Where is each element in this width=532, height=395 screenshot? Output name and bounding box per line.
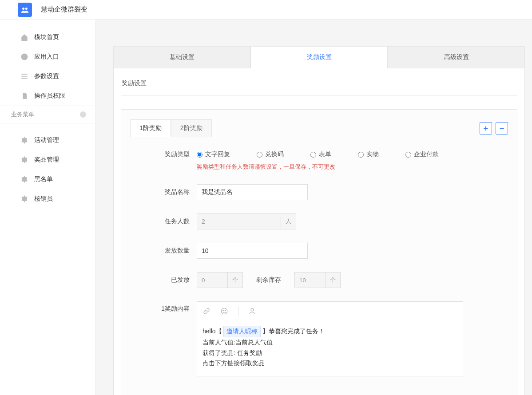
task-count-input[interactable] — [197, 213, 281, 229]
home-icon — [20, 33, 29, 42]
sidebar-item-verifier[interactable]: 核销员 — [0, 189, 95, 209]
topbar: 慧动企微群裂变 — [0, 0, 532, 20]
radio-form[interactable]: 表单 — [310, 150, 331, 158]
sidebar: 模块首页 应用入口 参数设置 操作员权限 业务菜单 — [0, 20, 95, 395]
collapse-icon[interactable] — [80, 111, 86, 118]
app-title: 慧动企微群裂变 — [41, 5, 87, 14]
svg-rect-5 — [21, 78, 28, 79]
prize-name-label: 奖品名称 — [130, 188, 197, 196]
sidebar-item-prizes[interactable]: 奖品管理 — [0, 150, 95, 170]
radio-input[interactable] — [358, 152, 364, 158]
issued-label: 已发放 — [130, 276, 197, 284]
radio-label: 实物 — [366, 150, 379, 158]
link-icon[interactable] — [202, 307, 210, 315]
reward-type-warning: 奖励类型和任务人数请谨慎设置，一旦保存，不可更改 — [197, 163, 508, 171]
svg-point-0 — [22, 8, 24, 10]
gear-icon — [20, 175, 29, 184]
sidebar-item-blacklist[interactable]: 黑名单 — [0, 170, 95, 189]
sidebar-item-label: 奖品管理 — [34, 156, 59, 164]
issued-unit: 个 — [228, 272, 243, 288]
level-tab-label: 2阶奖励 — [180, 124, 202, 131]
row-task-count: 任务人数 人 — [130, 213, 508, 229]
task-count-label: 任务人数 — [130, 217, 197, 225]
radio-input[interactable] — [257, 152, 262, 158]
sidebar-item-app-entry[interactable]: 应用入口 — [0, 47, 95, 67]
row-prize-name: 奖品名称 — [130, 184, 508, 200]
issue-qty-input[interactable] — [197, 243, 308, 259]
level-tab-1[interactable]: 1阶奖励 — [130, 119, 171, 137]
editor-body[interactable]: hello【 邀请人昵称 】恭喜您完成了任务！ 当前人气值:当前总人气值 获得了… — [197, 320, 463, 376]
emoji-icon[interactable] — [220, 307, 228, 315]
inviter-name-tag[interactable]: 邀请人昵称 — [223, 326, 261, 337]
svg-rect-4 — [21, 76, 28, 77]
sidebar-item-operators[interactable]: 操作员权限 — [0, 86, 95, 106]
svg-rect-3 — [21, 74, 28, 75]
main-content: 基础设置 奖励设置 高级设置 奖励设置 1阶奖励 2阶奖励 — [95, 20, 532, 395]
radio-corp-pay[interactable]: 企业付款 — [405, 150, 439, 158]
editor-toolbar — [197, 302, 463, 320]
radio-text-reply[interactable]: 文字回复 — [197, 150, 230, 158]
sidebar-item-label: 核销员 — [34, 195, 53, 203]
level-tab-label: 1阶奖励 — [139, 124, 162, 131]
sidebar-item-home[interactable]: 模块首页 — [0, 28, 95, 47]
tab-reward[interactable]: 奖励设置 — [250, 46, 388, 68]
svg-point-12 — [225, 310, 226, 311]
svg-point-10 — [221, 308, 227, 314]
panel-title: 奖励设置 — [122, 79, 517, 87]
app-logo — [18, 3, 32, 17]
radio-label: 兑换码 — [265, 150, 284, 158]
tab-label: 高级设置 — [444, 53, 469, 61]
radio-input[interactable] — [197, 152, 202, 158]
toolbar-separator — [238, 306, 238, 316]
tab-label: 基础设置 — [170, 53, 195, 61]
svg-point-2 — [21, 54, 28, 60]
prize-name-input[interactable] — [197, 184, 308, 200]
content-line2: 当前人气值:当前总人气值 — [202, 337, 457, 348]
stock-label: 剩余库存 — [256, 276, 281, 284]
sidebar-item-label: 操作员权限 — [34, 92, 65, 100]
row-issue-qty: 发放数量 — [130, 243, 508, 259]
list-icon — [20, 72, 29, 81]
content-line3: 获得了奖品: 任务奖励 — [202, 348, 457, 359]
gear-icon — [20, 155, 29, 164]
document-icon — [20, 91, 29, 100]
reward-level-box: 1阶奖励 2阶奖励 + − 奖励类型 — [121, 109, 517, 395]
issue-qty-label: 发放数量 — [130, 247, 197, 255]
svg-point-1 — [25, 8, 28, 10]
gear-icon — [20, 136, 29, 145]
row-reward-content: 1奖励内容 — [130, 301, 508, 376]
remove-level-button[interactable]: − — [496, 122, 508, 134]
reward-type-label: 奖励类型 — [130, 150, 197, 158]
svg-point-11 — [223, 310, 224, 311]
divider — [121, 95, 517, 96]
content-line1-prefix: hello【 — [202, 328, 222, 335]
add-level-button[interactable]: + — [480, 122, 492, 134]
radio-redeem-code[interactable]: 兑换码 — [257, 150, 284, 158]
radio-input[interactable] — [310, 152, 316, 158]
level-tab-2[interactable]: 2阶奖励 — [171, 119, 212, 137]
tab-basic[interactable]: 基础设置 — [113, 46, 250, 68]
sidebar-item-label: 活动管理 — [34, 136, 59, 144]
user-icon[interactable] — [248, 307, 256, 315]
content-line4: 点击下方链接领取奖品 — [202, 358, 457, 369]
stock-unit: 个 — [326, 272, 341, 288]
main-tabs: 基础设置 奖励设置 高级设置 — [113, 46, 525, 68]
stock-input — [294, 272, 326, 288]
radio-label: 企业付款 — [414, 150, 439, 158]
level-tabs: 1阶奖励 2阶奖励 — [130, 119, 212, 137]
gear-icon — [20, 194, 29, 203]
sidebar-section-header: 业务菜单 — [0, 106, 95, 123]
sidebar-item-params[interactable]: 参数设置 — [0, 67, 95, 86]
radio-physical[interactable]: 实物 — [358, 150, 379, 158]
row-reward-type: 奖励类型 文字回复 兑换码 表单 — [130, 150, 508, 158]
sidebar-section-label: 业务菜单 — [11, 111, 34, 118]
tab-advanced[interactable]: 高级设置 — [388, 46, 525, 68]
tab-label: 奖励设置 — [307, 53, 332, 61]
svg-point-13 — [251, 308, 254, 311]
sidebar-item-activity[interactable]: 活动管理 — [0, 130, 95, 150]
radio-input[interactable] — [405, 152, 411, 158]
chat-icon — [20, 52, 29, 61]
sidebar-item-label: 参数设置 — [34, 72, 59, 80]
issued-input — [197, 272, 228, 288]
radio-label: 文字回复 — [205, 150, 230, 158]
